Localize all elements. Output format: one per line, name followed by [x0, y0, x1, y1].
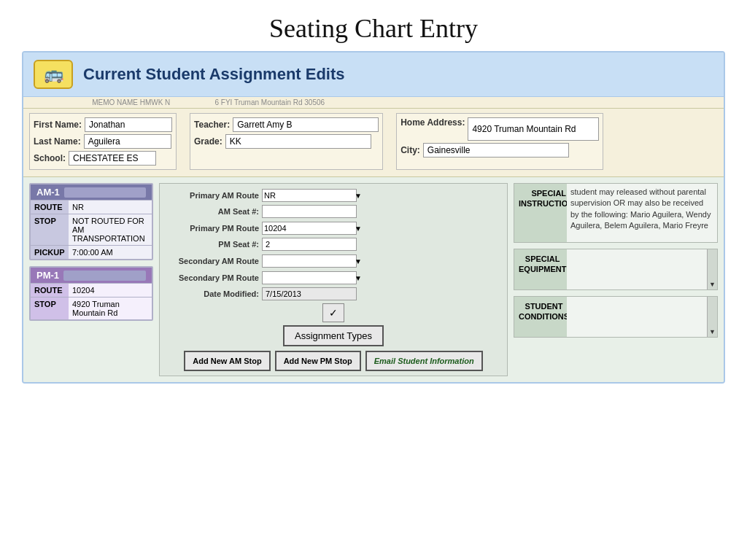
am-pickup-val: 7:00:00 AM — [69, 246, 152, 259]
primary-pm-select-wrapper[interactable]: 10204 ▼ — [262, 221, 364, 235]
secondary-am-row: Secondary AM Route ▼ — [164, 254, 503, 268]
special-equipment-scrollbar[interactable]: ▼ — [707, 249, 717, 289]
am-route-key: ROUTE — [31, 201, 69, 214]
am-seat-input[interactable] — [262, 205, 357, 218]
check-button[interactable]: ✓ — [322, 303, 344, 322]
header-title: Current Student Assignment Edits — [83, 65, 345, 84]
student-conditions-content — [567, 297, 707, 337]
right-panel: SPECIAL INSTRUCTIONS student may release… — [514, 183, 718, 376]
pm-seat-row: PM Seat #: — [164, 238, 503, 251]
pm-card-header-bar — [63, 271, 146, 281]
primary-am-select[interactable]: NR — [262, 189, 357, 202]
am-stop-key: STOP — [31, 214, 69, 245]
last-name-label: Last Name: — [34, 136, 81, 147]
secondary-pm-label: Secondary PM Route — [164, 273, 259, 282]
secondary-pm-row: Secondary PM Route ▼ — [164, 271, 503, 284]
pm-card-header: PM-1 — [31, 268, 152, 283]
special-equipment-label: SPECIAL EQUIPMENT — [514, 249, 567, 289]
am-pickup-key: PICKUP — [31, 246, 69, 259]
route-form: Primary AM Route NR ▼ AM Seat #: Primar — [159, 183, 508, 376]
am-seat-row: AM Seat #: — [164, 205, 503, 218]
first-name-label: First Name: — [34, 120, 82, 130]
assignment-types-area: Assignment Types — [164, 325, 503, 346]
primary-pm-select[interactable]: 10204 — [262, 222, 357, 235]
am-card-header: AM-1 — [31, 184, 152, 200]
student-fields: First Name: Jonathan Last Name: Aguilera… — [23, 109, 724, 177]
am-stop-row: STOP NOT ROUTED FOR AM TRANSPORTATION — [31, 214, 152, 245]
home-address-value: 4920 Truman Mountain Rd — [468, 117, 599, 141]
date-modified-label: Date Modified: — [164, 289, 259, 298]
city-label: City: — [400, 145, 420, 155]
am-card: AM-1 ROUTE NR STOP NOT ROUTED FOR AM TRA… — [29, 183, 153, 260]
header-bar: 🚌 Current Student Assignment Edits — [23, 52, 724, 97]
special-instructions-label: SPECIAL INSTRUCTIONS — [514, 184, 567, 242]
conditions-scroll-arrow: ▼ — [709, 328, 716, 335]
student-conditions-label: STUDENT CONDITIONS — [514, 297, 567, 337]
main-container: 🚌 Current Student Assignment Edits MEMO … — [22, 51, 725, 384]
am-seat-label: AM Seat #: — [164, 207, 259, 216]
content-area: AM-1 ROUTE NR STOP NOT ROUTED FOR AM TRA… — [23, 177, 724, 382]
primary-am-row: Primary AM Route NR ▼ — [164, 188, 503, 202]
special-instructions-section: SPECIAL INSTRUCTIONS student may release… — [514, 183, 718, 243]
top-record-bar: MEMO NAME HMWK N 6 FYI Truman Mountain R… — [23, 97, 724, 109]
check-area: ✓ — [164, 303, 503, 322]
pm-stop-val: 4920 Truman Mountain Rd — [69, 298, 152, 319]
special-equipment-content — [567, 249, 707, 289]
pm-card-label: PM-1 — [36, 270, 59, 281]
city-value: Gainesville — [423, 143, 569, 158]
left-panel: AM-1 ROUTE NR STOP NOT ROUTED FOR AM TRA… — [29, 183, 153, 376]
bus-icon: 🚌 — [34, 60, 73, 89]
primary-am-label: Primary AM Route — [164, 191, 259, 200]
am-pickup-row: PICKUP 7:00:00 AM — [31, 245, 152, 259]
school-value: CHESTATEE ES — [69, 151, 156, 166]
secondary-am-select-wrapper[interactable]: ▼ — [262, 254, 364, 268]
secondary-pm-select[interactable] — [262, 271, 357, 284]
pm-route-key: ROUTE — [31, 284, 69, 297]
pm-seat-label: PM Seat #: — [164, 240, 259, 249]
primary-pm-row: Primary PM Route 10204 ▼ — [164, 221, 503, 235]
teacher-label: Teacher: — [194, 120, 230, 130]
secondary-am-select[interactable] — [262, 254, 357, 268]
home-address-label: Home Address: — [400, 117, 465, 128]
pm-route-val: 10204 — [69, 284, 152, 297]
am-card-header-bar — [64, 187, 146, 198]
last-name-value: Aguilera — [84, 134, 171, 149]
pm-stop-row: STOP 4920 Truman Mountain Rd — [31, 297, 152, 319]
add-am-stop-button[interactable]: Add New AM Stop — [184, 351, 270, 371]
pm-stop-key: STOP — [31, 298, 69, 319]
date-modified-row: Date Modified: 7/15/2013 — [164, 287, 503, 300]
scroll-down-arrow: ▼ — [709, 281, 716, 288]
middle-panel: Primary AM Route NR ▼ AM Seat #: Primar — [159, 183, 508, 376]
special-equipment-section: SPECIAL EQUIPMENT ▼ — [514, 249, 718, 290]
am-card-label: AM-1 — [36, 187, 60, 198]
email-student-button[interactable]: Email Student Information — [365, 351, 483, 371]
am-route-row: ROUTE NR — [31, 200, 152, 214]
student-conditions-scrollbar[interactable]: ▼ — [707, 297, 717, 337]
primary-pm-label: Primary PM Route — [164, 224, 259, 233]
primary-am-select-wrapper[interactable]: NR ▼ — [262, 188, 364, 202]
secondary-am-label: Secondary AM Route — [164, 257, 259, 265]
date-modified-value: 7/15/2013 — [262, 287, 357, 300]
school-label: School: — [34, 153, 66, 163]
action-buttons: Add New AM Stop Add New PM Stop Email St… — [164, 351, 503, 371]
pm-card: PM-1 ROUTE 10204 STOP 4920 Truman Mounta… — [29, 266, 153, 321]
assignment-types-button[interactable]: Assignment Types — [283, 325, 384, 346]
special-instructions-content: student may released without parental su… — [567, 184, 717, 242]
page-title: Seating Chart Entry — [0, 0, 747, 51]
special-instructions-content-wrap: student may released without parental su… — [567, 184, 717, 242]
first-name-value: Jonathan — [85, 117, 172, 132]
grade-label: Grade: — [194, 136, 222, 147]
grade-value: KK — [225, 134, 371, 149]
secondary-pm-select-wrapper[interactable]: ▼ — [262, 271, 364, 284]
pm-route-row: ROUTE 10204 — [31, 283, 152, 297]
am-stop-val: NOT ROUTED FOR AM TRANSPORTATION — [69, 214, 152, 245]
am-route-val: NR — [69, 201, 152, 214]
student-conditions-section: STUDENT CONDITIONS ▼ — [514, 296, 718, 338]
pm-seat-input[interactable] — [262, 238, 357, 251]
teacher-value: Garrett Amy B — [233, 117, 379, 132]
add-pm-stop-button[interactable]: Add New PM Stop — [275, 351, 361, 371]
